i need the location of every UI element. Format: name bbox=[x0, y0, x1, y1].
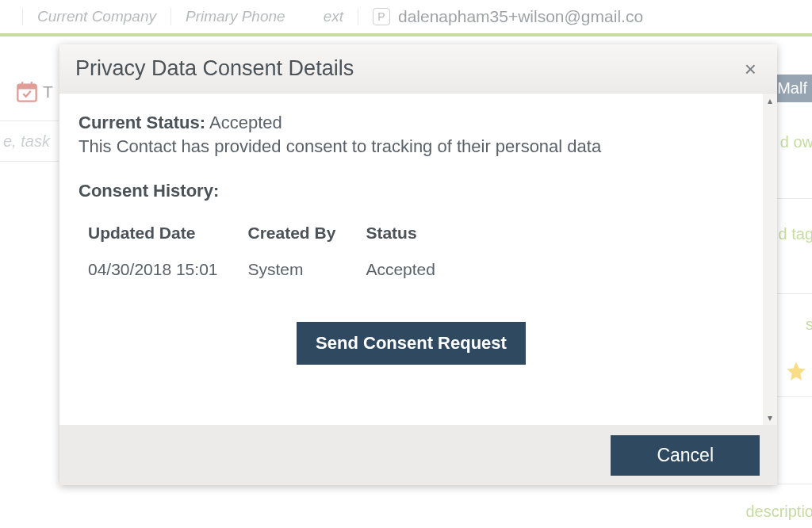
cell-updated-date: 04/30/2018 15:01 bbox=[79, 255, 239, 284]
close-icon[interactable]: × bbox=[740, 55, 761, 82]
col-updated-date: Updated Date bbox=[79, 216, 239, 255]
privacy-consent-modal: Privacy Data Consent Details × Current S… bbox=[59, 44, 777, 485]
current-status-label: Current Status: bbox=[79, 113, 205, 132]
table-header-row: Updated Date Created By Status bbox=[79, 216, 456, 255]
consent-description: This Contact has provided consent to tra… bbox=[79, 136, 744, 157]
consent-history-table: Updated Date Created By Status 04/30/201… bbox=[79, 216, 456, 284]
modal-footer: Cancel bbox=[59, 425, 777, 485]
col-status: Status bbox=[356, 216, 456, 255]
consent-history-title: Consent History: bbox=[79, 181, 744, 201]
cell-created-by: System bbox=[239, 255, 357, 284]
send-consent-request-button[interactable]: Send Consent Request bbox=[297, 322, 526, 365]
cell-status: Accepted bbox=[356, 255, 456, 284]
col-created-by: Created By bbox=[239, 216, 357, 255]
modal-scrollbar[interactable]: ▴ ▾ bbox=[763, 94, 777, 425]
scroll-down-icon[interactable]: ▾ bbox=[763, 411, 777, 425]
scroll-up-icon[interactable]: ▴ bbox=[763, 94, 777, 108]
current-status-value: Accepted bbox=[209, 113, 282, 132]
modal-title: Privacy Data Consent Details bbox=[75, 56, 354, 81]
cancel-button[interactable]: Cancel bbox=[611, 435, 760, 476]
current-status-line: Current Status: Accepted bbox=[79, 113, 744, 133]
table-row: 04/30/2018 15:01 System Accepted bbox=[79, 255, 456, 284]
modal-header: Privacy Data Consent Details × bbox=[59, 44, 777, 94]
modal-body: Current Status: Accepted This Contact ha… bbox=[59, 94, 777, 425]
